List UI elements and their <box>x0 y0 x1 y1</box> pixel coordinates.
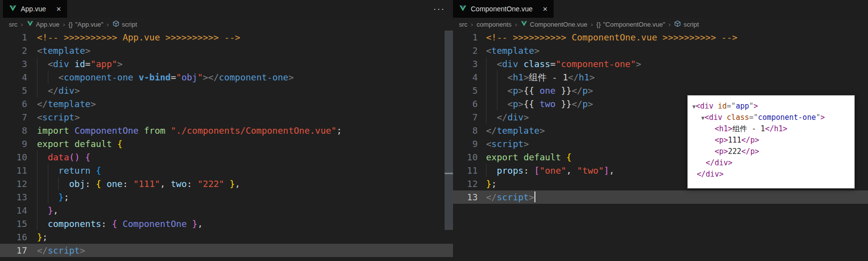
tab-componentone-vue[interactable]: ComponentOne.vue ✕ <box>453 0 554 18</box>
line-number: 14 <box>0 204 27 217</box>
code-line[interactable]: 11 return { <box>0 164 453 177</box>
code-line[interactable]: 7<script> <box>0 111 453 124</box>
code-line[interactable]: 2<template> <box>453 44 868 57</box>
code-line[interactable]: 12 obj: { one: "111", two: "222" }, <box>0 177 453 190</box>
breadcrumb-item[interactable]: src <box>9 21 17 28</box>
breadcrumb-item[interactable]: {}"App.vue" <box>69 21 104 28</box>
indent-guide <box>37 150 38 164</box>
breadcrumb-item[interactable]: script <box>674 20 699 29</box>
breadcrumb-item[interactable]: {}"ComponentOne.vue" <box>597 21 665 28</box>
code-line[interactable]: 5 </div> <box>0 84 453 97</box>
code-line[interactable]: 8import ComponentOne from "./components/… <box>0 124 453 137</box>
line-number: 5 <box>0 84 27 97</box>
line-number: 9 <box>0 137 27 150</box>
indent-guide <box>497 71 497 84</box>
indent-guide <box>497 97 497 111</box>
line-number: 3 <box>0 57 27 71</box>
vue-logo-icon <box>27 20 34 29</box>
breadcrumb-label: "App.vue" <box>75 21 103 28</box>
close-icon[interactable]: ✕ <box>542 5 548 13</box>
breadcrumb-label: script <box>683 21 699 28</box>
breadcrumb-item[interactable]: src <box>459 21 467 28</box>
dom-tree-node[interactable]: <p>222</p> <box>692 146 851 157</box>
code-line[interactable]: 1<!-- >>>>>>>>>> ComponentOne.vue >>>>>>… <box>453 31 868 44</box>
line-number: 17 <box>0 244 27 257</box>
code-line[interactable]: 16}; <box>0 230 453 244</box>
line-number: 16 <box>0 230 27 244</box>
line-number: 1 <box>453 31 478 44</box>
breadcrumb-item[interactable]: components <box>477 21 512 28</box>
dom-tree-node[interactable]: <h1>组件 - 1</h1> <box>692 123 851 135</box>
tab-label: App.vue <box>21 5 46 13</box>
breadcrumb-item[interactable]: App.vue <box>27 20 60 29</box>
indent-guide <box>497 84 497 97</box>
indent-guide <box>486 57 487 71</box>
line-number: 12 <box>453 177 478 190</box>
braces-icon: {} <box>69 21 73 28</box>
dom-tree-node[interactable]: </div> <box>692 169 851 180</box>
breadcrumb-item[interactable]: ComponentOne.vue <box>521 20 587 29</box>
tab-app-vue[interactable]: App.vue ✕ <box>3 0 67 18</box>
dom-tree-node[interactable]: <p>111</p> <box>692 135 851 146</box>
code-line[interactable]: 13 }; <box>0 190 453 204</box>
indent-guide <box>48 71 48 84</box>
indent-guide <box>58 177 59 190</box>
editor-pane-left: App.vue ✕ ··· src›App.vue›{}"App.vue"›sc… <box>0 0 453 261</box>
indent-guide <box>37 217 38 230</box>
indent-guide <box>486 84 487 97</box>
more-actions-button[interactable]: ··· <box>433 0 445 18</box>
symbol-module-icon <box>674 20 681 29</box>
breadcrumb: src›App.vue›{}"App.vue"›script <box>0 18 453 31</box>
line-number: 13 <box>0 190 27 204</box>
code-line[interactable]: 9export default { <box>0 137 453 150</box>
code-line[interactable]: 6</template> <box>0 97 453 111</box>
text-cursor <box>534 191 535 202</box>
code-line[interactable]: 13</script> <box>453 190 868 204</box>
code-editor-left: 1<!-- >>>>>>>>>> App.vue >>>>>>>>>> -->2… <box>0 31 453 261</box>
code-line[interactable]: 15 components: { ComponentOne }, <box>0 217 453 230</box>
indent-guide <box>486 164 487 177</box>
code-line[interactable]: 17</script> <box>0 244 453 257</box>
line-number: 6 <box>0 97 27 111</box>
line-number: 11 <box>0 164 27 177</box>
indent-guide <box>37 164 38 177</box>
indent-guide <box>37 190 38 204</box>
breadcrumb-separator: › <box>669 21 671 28</box>
indent-guide <box>37 84 38 97</box>
code-line[interactable]: 10 data() { <box>0 150 453 164</box>
code-line[interactable]: 4 <component-one v-bind="obj"></componen… <box>0 71 453 84</box>
vue-logo-icon <box>9 4 17 14</box>
code-line[interactable]: 1<!-- >>>>>>>>>> App.vue >>>>>>>>>> --> <box>0 31 453 44</box>
breadcrumb-label: src <box>9 21 17 28</box>
breadcrumb-item[interactable]: script <box>113 20 137 29</box>
line-number: 1 <box>0 31 27 44</box>
code-line[interactable]: 3 <div class="component-one"> <box>453 57 868 71</box>
breadcrumb-separator: › <box>591 21 593 28</box>
vertical-scrollbar[interactable] <box>445 31 453 230</box>
tab-bar-right: ComponentOne.vue ✕ <box>453 0 868 18</box>
line-number: 4 <box>0 71 27 84</box>
expand-arrow-icon: ▼ <box>692 104 696 110</box>
indent-guide <box>486 97 487 111</box>
line-number: 2 <box>0 44 27 57</box>
dom-tree-node[interactable]: ▼<div id="app"> <box>692 101 851 112</box>
breadcrumb-label: ComponentOne.vue <box>530 21 587 28</box>
vscode-split-editor: { "colors":{ "bg":"#1f1f1f","tabbar_bg":… <box>0 0 868 261</box>
line-number: 13 <box>453 190 478 204</box>
line-number: 7 <box>0 111 27 124</box>
indent-guide <box>37 57 38 71</box>
code-line[interactable]: 14 }, <box>0 204 453 217</box>
code-line[interactable]: 2<template> <box>0 44 453 57</box>
indent-guide <box>48 190 48 204</box>
close-icon[interactable]: ✕ <box>56 5 61 13</box>
code-line[interactable]: 3 <div id="app"> <box>0 57 453 71</box>
breadcrumb: src›components›ComponentOne.vue›{}"Compo… <box>453 18 868 31</box>
breadcrumb-label: src <box>459 21 467 28</box>
code-line[interactable]: 4 <h1>组件 - 1</h1> <box>453 71 868 84</box>
symbol-module-icon <box>113 20 119 29</box>
vue-logo-icon <box>521 20 528 29</box>
line-number: 8 <box>453 124 478 137</box>
line-number: 2 <box>453 44 478 57</box>
dom-tree-node[interactable]: ▼<div class="component-one"> <box>692 112 851 123</box>
dom-tree-node[interactable]: </div> <box>692 157 851 169</box>
